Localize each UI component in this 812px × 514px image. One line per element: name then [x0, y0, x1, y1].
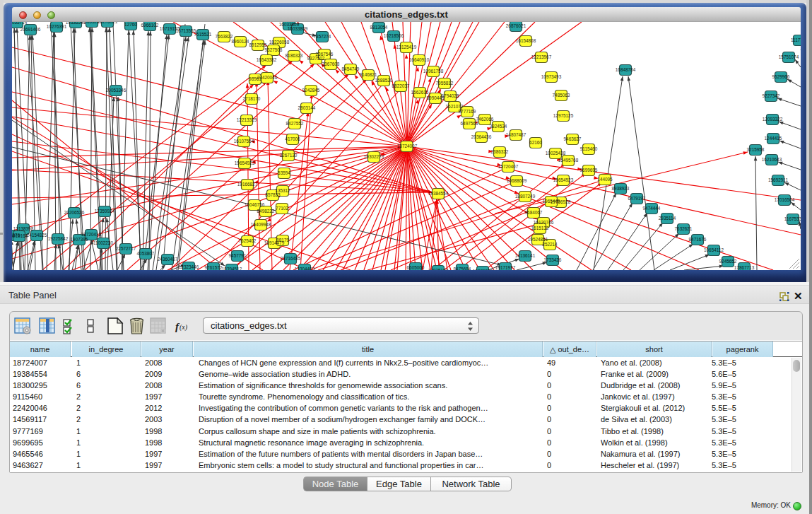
svg-text:16713555: 16713555: [176, 28, 196, 33]
svg-text:17867713: 17867713: [734, 265, 755, 270]
svg-text:24154825: 24154825: [27, 233, 47, 238]
svg-text:3267130: 3267130: [280, 153, 298, 158]
svg-text:18226058: 18226058: [269, 40, 290, 45]
svg-text:14136141: 14136141: [515, 253, 536, 258]
svg-text:857833: 857833: [265, 192, 281, 197]
svg-text:6497563: 6497563: [461, 121, 478, 126]
svg-text:9146821: 9146821: [360, 72, 377, 77]
svg-text:10688609: 10688609: [507, 178, 527, 183]
svg-text:1117755: 1117755: [791, 37, 801, 42]
svg-text:24360487: 24360487: [158, 257, 178, 262]
svg-text:7632621: 7632621: [675, 226, 693, 231]
svg-text:8813054: 8813054: [370, 25, 388, 30]
svg-text:9529966: 9529966: [772, 74, 790, 79]
svg-text:8938923: 8938923: [612, 186, 630, 191]
svg-text:8960124: 8960124: [232, 39, 249, 44]
svg-text:10218506: 10218506: [384, 33, 404, 38]
svg-text:19654923: 19654923: [553, 177, 574, 182]
svg-text:8822037: 8822037: [392, 83, 410, 88]
svg-text:16120746: 16120746: [534, 220, 554, 225]
svg-text:15692911: 15692911: [768, 177, 788, 182]
svg-text:9115460: 9115460: [580, 146, 598, 151]
svg-text:11002230: 11002230: [93, 240, 113, 245]
svg-text:2803144: 2803144: [298, 105, 316, 110]
svg-text:15276021: 15276021: [98, 22, 118, 24]
svg-text:9684067: 9684067: [525, 210, 543, 215]
svg-text:18870835: 18870835: [473, 269, 493, 270]
svg-text:88179: 88179: [276, 238, 289, 243]
svg-text:12093322: 12093322: [763, 117, 783, 122]
svg-text:417006: 417006: [285, 136, 300, 141]
svg-text:12935182: 12935182: [428, 268, 449, 270]
svg-text:8475684: 8475684: [454, 267, 471, 270]
svg-text:18394512: 18394512: [222, 267, 242, 270]
svg-text:1588520: 1588520: [375, 78, 393, 83]
svg-text:8912955: 8912955: [249, 42, 267, 47]
svg-text:18720412: 18720412: [81, 232, 102, 237]
svg-text:6794028: 6794028: [442, 93, 459, 98]
svg-text:7625402: 7625402: [239, 238, 257, 243]
svg-text:6966102: 6966102: [141, 23, 159, 28]
svg-text:13138398: 13138398: [13, 226, 34, 231]
svg-text:10973493: 10973493: [541, 74, 562, 79]
svg-text:16848784: 16848784: [616, 67, 636, 72]
svg-text:2718170: 2718170: [243, 96, 261, 101]
svg-text:9777169: 9777169: [459, 109, 476, 114]
svg-text:6605000: 6605000: [407, 265, 425, 270]
svg-text:7357274: 7357274: [314, 34, 331, 39]
svg-text:22572717: 22572717: [116, 246, 136, 251]
svg-text:7462066: 7462066: [476, 117, 494, 122]
svg-text:16543382: 16543382: [257, 57, 277, 62]
svg-text:15495768: 15495768: [558, 158, 579, 163]
svg-text:9327502: 9327502: [307, 56, 325, 61]
svg-text:2935114: 2935114: [659, 216, 676, 221]
svg-text:19171977: 19171977: [495, 265, 516, 270]
svg-text:9474444: 9474444: [643, 206, 661, 211]
svg-text:16107554: 16107554: [234, 139, 254, 144]
svg-text:12213967: 12213967: [531, 54, 552, 59]
svg-text:2386322: 2386322: [491, 149, 509, 154]
svg-text:1907395: 1907395: [71, 237, 88, 242]
svg-text:1244415: 1244415: [765, 136, 782, 141]
svg-text:18724007: 18724007: [397, 144, 418, 148]
svg-text:20053346: 20053346: [106, 88, 126, 93]
svg-text:18807249: 18807249: [515, 194, 536, 199]
svg-text:8498222: 8498222: [257, 209, 275, 214]
svg-text:1621072: 1621072: [446, 104, 464, 109]
svg-text:77102: 77102: [276, 206, 288, 211]
svg-text:10654112: 10654112: [704, 247, 724, 252]
svg-text:17016504: 17016504: [775, 197, 795, 202]
svg-text:1615132: 1615132: [531, 226, 549, 230]
svg-text:8186323: 8186323: [286, 53, 303, 58]
svg-text:9227342: 9227342: [763, 93, 780, 98]
svg-text:3215958: 3215958: [747, 147, 765, 152]
svg-text:1733426: 1733426: [544, 257, 562, 262]
svg-text:144095: 144095: [597, 177, 613, 182]
svg-text:12975125: 12975125: [553, 113, 574, 118]
svg-text:1167533: 1167533: [784, 216, 801, 221]
svg-text:20206526: 20206526: [64, 210, 85, 215]
svg-text:9761572: 9761572: [205, 265, 223, 270]
svg-text:17359924: 17359924: [95, 209, 115, 214]
svg-text:2367546: 2367546: [316, 52, 334, 57]
svg-text:7955812: 7955812: [436, 81, 454, 86]
svg-text:19654923: 19654923: [235, 160, 255, 165]
svg-text:16046756: 16046756: [245, 202, 265, 207]
svg-text:16409948: 16409948: [251, 222, 271, 227]
svg-text:8454749: 8454749: [342, 66, 360, 71]
svg-text:10961758: 10961758: [423, 69, 444, 74]
svg-text:8427552: 8427552: [286, 121, 304, 126]
svg-text:13304403: 13304403: [295, 267, 315, 270]
svg-text:1965449: 1965449: [543, 199, 560, 204]
svg-text:9327508: 9327508: [265, 47, 283, 52]
svg-text:19166827: 19166827: [237, 182, 258, 187]
svg-text:1562615: 1562615: [411, 90, 429, 95]
svg-text:19384554: 19384554: [428, 191, 449, 196]
svg-text:7485063: 7485063: [553, 93, 570, 98]
svg-text:(x): (x): [180, 323, 188, 332]
svg-text:9245652: 9245652: [719, 259, 737, 264]
svg-text:14807487: 14807487: [506, 132, 526, 137]
svg-text:16033809: 16033809: [288, 26, 308, 31]
svg-text:14055714: 14055714: [12, 22, 28, 25]
svg-text:135312: 135312: [275, 188, 290, 193]
